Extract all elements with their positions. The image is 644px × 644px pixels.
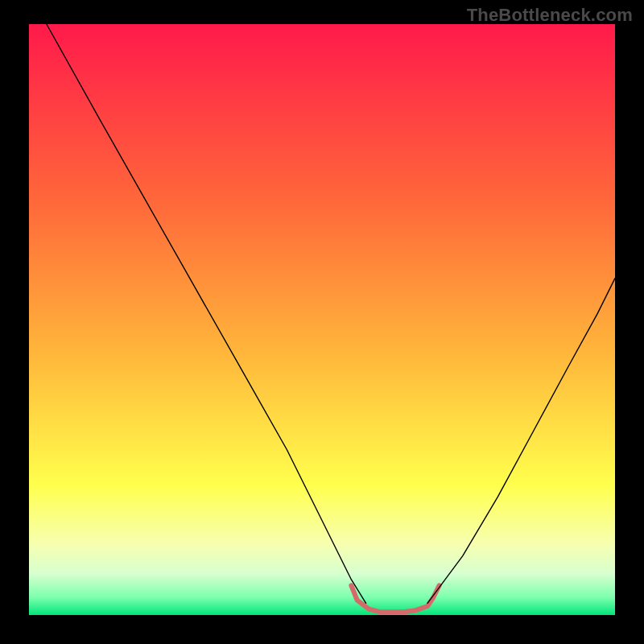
plot-lines [29, 24, 615, 615]
series-flat-valley [351, 585, 439, 612]
plot-area [29, 24, 615, 615]
series-curve-left [47, 24, 366, 603]
series-curve-right [427, 279, 615, 604]
chart-frame: TheBottleneck.com [0, 0, 644, 644]
watermark-text: TheBottleneck.com [467, 5, 633, 26]
